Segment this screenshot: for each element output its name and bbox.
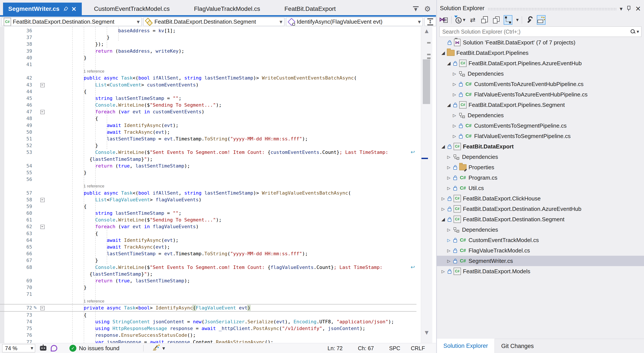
tree-item-featbit-dataexport-destination-azureeventhub[interactable]: ▷C#FeatBit.DataExport.Destination.AzureE…	[437, 204, 644, 214]
window-position-dropdown-icon[interactable]: ▼	[620, 7, 622, 11]
project-dropdown[interactable]: C# FeatBit.DataExport.Destination.Segmen…	[2, 17, 142, 26]
expander-collapsed-icon[interactable]: ▷	[451, 123, 458, 128]
code-line[interactable]: 58 List<FlagValueEvent> flagValueEvents)	[0, 196, 416, 203]
expander-collapsed-icon[interactable]: ▷	[446, 175, 452, 180]
codelens-row[interactable]: 1 reference	[0, 183, 416, 189]
code-line[interactable]: {lastSentTimeStamp}");	[0, 271, 416, 277]
code-line[interactable]: 67 }	[0, 257, 416, 264]
tree-item-flatvalueeventstoazureeventhubpipeline-cs[interactable]: ▷C#FlatValueEventsToAzureEventHubPipelin…	[437, 89, 644, 100]
document-tab[interactable]: FlagValueTrackModel.cs	[182, 2, 272, 15]
hidden-tabs-dropdown-icon[interactable]: ▼	[413, 6, 419, 12]
code-line[interactable]: 38 });	[0, 41, 416, 47]
column-indicator[interactable]: Ch: 67	[358, 345, 384, 352]
code-line[interactable]: 61 Console.WriteLine($"Sending To Segmen…	[0, 217, 416, 223]
code-line[interactable]: 73 {	[0, 312, 416, 318]
code-line[interactable]: 59 {	[0, 203, 416, 210]
code-line[interactable]: 39 return (baseAddress, writeKey);	[0, 48, 416, 54]
code-line[interactable]: 60 string lastSentTimeStamp = "";	[0, 210, 416, 217]
code-line[interactable]: 41	[0, 61, 416, 68]
code-line[interactable]: 57 public async Task<(bool ifAllSent, st…	[0, 190, 416, 196]
track-active-item-button[interactable]	[504, 15, 512, 25]
search-options-dropdown-icon[interactable]: ▼	[637, 30, 639, 33]
code-line[interactable]: 42 public async Task<(bool ifAllSent, st…	[0, 74, 416, 81]
code-line[interactable]: 66 lastSentTimeStamp = evt.Timestamp.ToS…	[0, 250, 416, 257]
expander-collapsed-icon[interactable]: ▷	[446, 154, 452, 159]
collapse-region-box[interactable]	[40, 198, 45, 202]
expander-collapsed-icon[interactable]: ▷	[446, 248, 452, 253]
expander-collapsed-icon[interactable]: ▷	[440, 269, 446, 274]
code-line[interactable]: 48 {	[0, 115, 416, 122]
code-line[interactable]: 53 Console.WriteLine($"Sent Events To Se…	[0, 149, 416, 156]
tree-item-dependencies[interactable]: ▷Dependencies	[437, 110, 644, 120]
collapse-region-box[interactable]	[40, 110, 45, 114]
tree-item-program-cs[interactable]: ▷C#Program.cs	[437, 172, 644, 183]
document-tab[interactable]: FeatBit.DataExport	[272, 2, 348, 15]
document-tab[interactable]: CustomEventTrackModel.cs	[82, 2, 182, 15]
expander-collapsed-icon[interactable]: ▷	[440, 196, 446, 201]
code-line[interactable]: 50 await TrackAsync(evt);	[0, 129, 416, 135]
member-dropdown[interactable]: IdentifyAsync(FlagValueEvent evt) ▼	[286, 17, 423, 26]
copilot-status-icon[interactable]	[40, 346, 46, 351]
collapse-region-box[interactable]	[40, 83, 45, 87]
tree-item-featbit-dataexport-clickhouse[interactable]: ▷C#FeatBit.DataExport.ClickHouse	[437, 193, 644, 204]
tree-item-dependencies[interactable]: ▷Dependencies	[437, 68, 644, 79]
issues-status-label[interactable]: No issues found	[79, 345, 119, 352]
scroll-down-arrow-icon[interactable]: ▼	[421, 330, 432, 335]
code-line[interactable]: 65 await TrackAsync(evt);	[0, 244, 416, 250]
editor-vertical-scrollbar[interactable]: ▲ ▼	[421, 27, 432, 343]
code-line[interactable]: 71	[0, 291, 416, 298]
codelens-row[interactable]: 1 reference	[0, 298, 416, 305]
tree-item-featbit-dataexport-pipelines[interactable]: ◢FeatBit.DataExport.Pipelines	[437, 48, 644, 58]
code-line[interactable]: 75 using HttpResponseMessage response = …	[0, 325, 416, 332]
document-tab[interactable]: SegmentWriter.cs×	[3, 2, 82, 15]
pin-tab-icon[interactable]	[62, 5, 69, 12]
code-line[interactable]: 64 await IdentifyAsync(evt);	[0, 237, 416, 244]
code-line[interactable]: 72✎ private async Task<bool> IdentifyAsy…	[0, 304, 416, 312]
line-indicator[interactable]: Ln: 72	[328, 345, 352, 352]
codelens-references[interactable]: 1 reference	[49, 183, 104, 189]
tree-item-segmentwriter-cs[interactable]: ▷C#SegmentWriter.cs	[437, 256, 644, 266]
code-line[interactable]: 55 }	[0, 169, 416, 176]
expander-collapsed-icon[interactable]: ▷	[451, 71, 458, 76]
search-icon[interactable]	[630, 29, 636, 34]
tree-item-featbit-dataexport-pipelines-azureeventhub[interactable]: ◢C#FeatBit.DataExport.Pipelines.AzureEve…	[437, 58, 644, 68]
code-line[interactable]: 74 using StringContent jsonContent = new…	[0, 318, 416, 325]
code-line[interactable]: 69 return (true, lastSentTimeStamp);	[0, 277, 416, 284]
close-tab-icon[interactable]: ×	[71, 6, 76, 12]
tree-item-solution-featbit-dataexport-7-of-7-projects[interactable]: Solution 'FeatBit.DataExport' (7 of 7 pr…	[437, 37, 644, 48]
collapse-all-button[interactable]	[480, 15, 489, 25]
tree-item-featbit-dataexport-pipelines-segment[interactable]: ◢C#FeatBit.DataExport.Pipelines.Segment	[437, 100, 644, 110]
tree-item-featbit-dataexport-destination-segment[interactable]: ◢C#FeatBit.DataExport.Destination.Segmen…	[437, 214, 644, 225]
scrollbar-thumb[interactable]	[423, 59, 430, 104]
code-editor[interactable]: 36 baseAddress = kv[1];37 }38 });39 retu…	[0, 27, 436, 343]
tree-item-customeventtrackmodel-cs[interactable]: ▷C#CustomEventTrackModel.cs	[437, 235, 644, 245]
tree-item-flatvalueeventstosegmentpipeline-cs[interactable]: ▷C#FlatValueEventsToSegmentPipeline.cs	[437, 131, 644, 141]
tree-item-properties[interactable]: ▷Properties	[437, 162, 644, 172]
zoom-level-dropdown[interactable]: 74 % ▼	[2, 344, 35, 352]
expander-collapsed-icon[interactable]: ▷	[446, 186, 452, 190]
code-line[interactable]: 62 foreach (var evt in flagValueEvents)	[0, 223, 416, 230]
tree-item-featbit-dataexport-models[interactable]: ▷C#FeatBit.DataExport.Models	[437, 266, 644, 277]
live-share-icon[interactable]	[51, 345, 57, 352]
line-ending-indicator[interactable]: CRLF	[411, 345, 430, 352]
code-line[interactable]: 47 foreach (var evt in customEventEvents…	[0, 108, 416, 115]
expander-collapsed-icon[interactable]: ▷	[451, 113, 458, 118]
expander-collapsed-icon[interactable]: ▷	[446, 238, 452, 243]
code-cleanup-broom-icon[interactable]	[152, 345, 160, 352]
expander-collapsed-icon[interactable]: ▷	[446, 227, 452, 232]
expander-collapsed-icon[interactable]: ▷	[446, 165, 452, 170]
code-line[interactable]: 70 }	[0, 284, 416, 291]
close-panel-icon[interactable]: ×	[635, 4, 641, 12]
expander-collapsed-icon[interactable]: ▷	[451, 92, 458, 97]
code-line[interactable]: 44 {	[0, 88, 416, 95]
code-line[interactable]: 63 {	[0, 230, 416, 237]
tab-git-changes[interactable]: Git Changes	[495, 339, 540, 353]
expander-collapsed-icon[interactable]: ▷	[451, 82, 458, 86]
tab-settings-gear-icon[interactable]: ⚙	[424, 4, 431, 13]
expander-collapsed-icon[interactable]: ▷	[451, 134, 458, 138]
expander-expanded-icon[interactable]: ◢	[440, 217, 446, 222]
code-line[interactable]: 52 }	[0, 142, 416, 149]
scroll-up-arrow-icon[interactable]: ▲	[421, 28, 432, 33]
code-line[interactable]: 45 string lastSentTimeStamp = "";	[0, 95, 416, 102]
expander-collapsed-icon[interactable]: ▷	[440, 207, 446, 211]
